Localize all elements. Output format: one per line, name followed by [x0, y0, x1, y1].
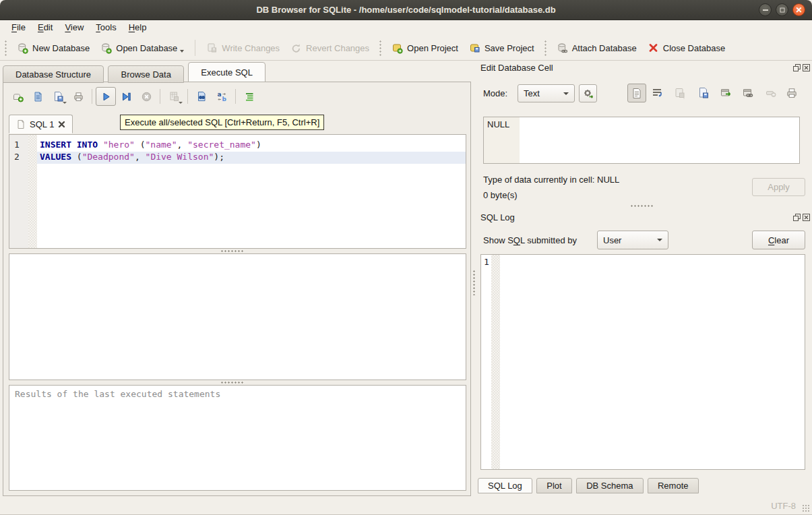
open-external-button[interactable] [720, 87, 732, 99]
revert-changes-button[interactable]: Revert Changes [285, 39, 375, 57]
import-cell-button[interactable] [697, 87, 710, 99]
menu-tools[interactable]: Tools [90, 20, 122, 36]
save-results-button[interactable] [164, 87, 184, 106]
save-sql-file-icon [53, 91, 64, 102]
set-null-button[interactable] [765, 87, 777, 99]
menu-edit[interactable]: Edit [32, 20, 59, 36]
execute-all-button[interactable] [96, 87, 116, 106]
resize-grip[interactable] [802, 504, 810, 512]
maximize-button[interactable] [776, 3, 788, 16]
minimize-icon [763, 9, 768, 11]
close-window-button[interactable]: ✕ [792, 3, 805, 16]
close-database-button[interactable]: Close Database [642, 39, 731, 57]
toolbar-separator [92, 89, 92, 104]
splitter-handle[interactable] [630, 204, 653, 208]
mode-combobox[interactable]: Text [518, 84, 575, 102]
menu-view[interactable]: View [59, 20, 90, 36]
dock-close-icon[interactable] [803, 64, 810, 71]
print-icon [73, 91, 84, 102]
sql-log-gutter: 1 [481, 255, 491, 469]
sql-document-tab[interactable]: SQL 1 [9, 115, 73, 133]
save-sql-file-button[interactable] [48, 87, 68, 106]
open-sql-file-button[interactable] [28, 87, 48, 106]
new-tab-icon [12, 91, 24, 102]
link-cell-button[interactable] [742, 87, 754, 99]
splitter-handle[interactable] [472, 270, 476, 295]
clear-log-button[interactable]: Clear [752, 231, 805, 249]
dropdown-caret-icon [63, 102, 67, 104]
database-close-icon [648, 42, 659, 54]
dock-tab-db-schema[interactable]: DB Schema [576, 478, 643, 493]
dropdown-caret-icon[interactable] [180, 50, 184, 53]
dock-tab-remote[interactable]: Remote [648, 478, 699, 493]
print-sql-button[interactable] [68, 87, 88, 106]
execute-line-icon [121, 91, 132, 102]
attach-database-button[interactable]: Attach Database [551, 39, 642, 57]
edit-cell-dock-title: Edit Database Cell [480, 63, 553, 73]
mode-label: Mode: [483, 88, 507, 98]
svg-text:a: a [217, 91, 221, 98]
import-cell-icon [697, 87, 710, 99]
chevron-down-icon [563, 92, 569, 95]
find-button[interactable] [191, 87, 212, 106]
splitter-handle[interactable] [220, 249, 243, 253]
find-replace-icon: ab [216, 91, 228, 102]
dock-close-icon[interactable] [803, 214, 810, 221]
tab-database-structure[interactable]: Database Structure [3, 65, 104, 83]
title-bar[interactable]: DB Browser for SQLite - /home/user/code/… [0, 0, 812, 20]
minimize-button[interactable] [759, 3, 772, 16]
menu-help[interactable]: Help [123, 20, 153, 36]
log-filter-combobox[interactable]: User [597, 231, 668, 249]
save-cell-button[interactable] [674, 87, 686, 99]
svg-text:b: b [222, 96, 226, 102]
print-icon [786, 87, 798, 99]
sql-editor-code[interactable]: INSERT INTO "hero" ("name", "secret_name… [37, 135, 466, 248]
new-sql-tab-button[interactable] [7, 87, 28, 106]
sql-editor[interactable]: 12 INSERT INTO "hero" ("name", "secret_n… [9, 134, 466, 249]
open-project-button[interactable]: Open Project [386, 39, 464, 57]
tab-browse-data[interactable]: Browse Data [108, 65, 183, 83]
save-results-icon [168, 91, 180, 102]
open-database-button[interactable]: Open Database [95, 39, 189, 57]
toolbar-drag-handle[interactable] [4, 40, 7, 56]
write-changes-button[interactable]: Write Changes [201, 39, 285, 57]
encoding-status: UTF-8 [771, 501, 796, 511]
sql-editor-fold-margin [28, 135, 37, 248]
cell-size-info: 0 byte(s) [483, 190, 518, 200]
results-message-area[interactable]: Results of the last executed statements [9, 385, 466, 491]
execute-line-button[interactable] [116, 87, 136, 106]
chevron-down-icon [657, 239, 662, 241]
stop-execution-button[interactable] [136, 87, 156, 106]
document-icon [16, 119, 26, 129]
project-open-icon [392, 42, 403, 54]
word-wrap-button[interactable] [651, 87, 663, 99]
sql-log-area[interactable]: 1 [480, 254, 805, 470]
dock-tab-plot[interactable]: Plot [536, 478, 571, 493]
save-project-button[interactable]: Save Project [464, 39, 540, 57]
print-cell-button[interactable] [786, 87, 798, 99]
cell-editor[interactable]: NULL [483, 117, 800, 164]
text-mode-button[interactable] [627, 84, 646, 102]
find-replace-button[interactable]: ab [212, 87, 232, 106]
dock-float-icon[interactable] [793, 64, 801, 71]
dock-tab-sql-log[interactable]: SQL Log [478, 478, 532, 493]
format-icon [244, 91, 255, 102]
toolbar-drag-handle[interactable] [544, 40, 547, 56]
tab-execute-sql[interactable]: Execute SQL [188, 62, 266, 82]
toolbar-separator [195, 40, 195, 56]
format-sql-button[interactable] [239, 87, 259, 106]
sql-toolbar: ab [7, 86, 259, 107]
open-sql-file-icon [32, 91, 44, 102]
splitter-handle[interactable] [220, 381, 243, 384]
set-null-icon [765, 87, 777, 99]
dock-float-icon[interactable] [793, 214, 801, 221]
close-tab-icon[interactable] [58, 121, 65, 128]
dock-tab-bar: SQL Log Plot DB Schema Remote [478, 478, 700, 493]
apply-format-button[interactable] [579, 84, 597, 102]
new-database-button[interactable]: New Database [11, 39, 95, 57]
menu-file[interactable]: File [5, 20, 32, 36]
toolbar-drag-handle[interactable] [379, 40, 382, 56]
apply-button[interactable]: Apply [752, 178, 805, 196]
results-grid[interactable] [9, 253, 466, 380]
text-document-icon [631, 88, 642, 99]
